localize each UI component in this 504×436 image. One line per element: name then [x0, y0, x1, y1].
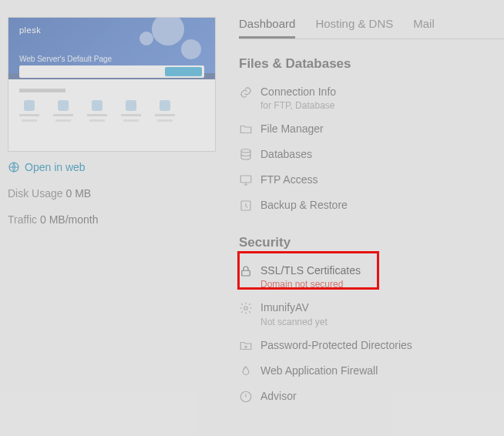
lock-icon [239, 264, 253, 278]
tabs: Dashboard Hosting & DNS Mail [239, 17, 504, 39]
svg-rect-2 [240, 176, 251, 183]
item-sub: Not scanned yet [260, 317, 328, 327]
item-label: Web Application Firewall [260, 364, 378, 377]
item-file-manager[interactable]: File Manager [239, 116, 504, 142]
item-label: File Manager [260, 122, 324, 136]
item-connection-info[interactable]: Connection Info for FTP, Database [239, 79, 504, 116]
transfer-icon [239, 173, 253, 187]
folder-icon [239, 122, 253, 136]
item-label: FTP Access [260, 173, 318, 186]
open-in-web-link[interactable]: Open in web [8, 161, 216, 173]
item-ssl-certificates[interactable]: SSL/TLS Certificates Domain not secured [239, 258, 504, 295]
item-label: ImunifyAV [260, 300, 328, 314]
svg-point-1 [241, 149, 250, 153]
disk-usage-stat: Disk Usage 0 MB [8, 187, 216, 200]
site-thumbnail[interactable]: plesk Web Server's Default Page [8, 17, 216, 152]
item-ftp-access[interactable]: FTP Access [239, 167, 504, 193]
item-label: SSL/TLS Certificates [260, 263, 361, 277]
item-waf[interactable]: Web Application Firewall [239, 358, 504, 384]
item-label: Advisor [260, 389, 297, 403]
item-sub: Domain not secured [260, 279, 361, 290]
item-databases[interactable]: Databases [239, 142, 504, 167]
item-label: Connection Info [260, 85, 336, 99]
tab-mail[interactable]: Mail [413, 17, 435, 37]
item-backup-restore[interactable]: Backup & Restore [239, 193, 504, 218]
folder-lock-icon [239, 339, 253, 353]
item-sub: for FTP, Database [260, 100, 336, 111]
svg-point-5 [244, 307, 248, 310]
item-imunifyav[interactable]: ImunifyAV Not scanned yet [239, 295, 504, 332]
traffic-stat: Traffic 0 MB/month [8, 213, 216, 226]
flame-icon [239, 364, 253, 378]
database-icon [239, 148, 253, 162]
thumb-logo: plesk [19, 25, 41, 35]
item-password-directories[interactable]: Password-Protected Directories [239, 333, 504, 358]
backup-icon [239, 199, 253, 213]
link-icon [239, 86, 253, 99]
section-security-title: Security [239, 235, 504, 250]
thumb-heading: Web Server's Default Page [19, 55, 112, 63]
item-label: Password-Protected Directories [260, 338, 412, 352]
section-files-title: Files & Databases [239, 56, 504, 72]
svg-rect-4 [242, 270, 250, 276]
tab-hosting[interactable]: Hosting & DNS [315, 17, 393, 37]
tab-dashboard[interactable]: Dashboard [239, 17, 295, 39]
gear-icon [239, 301, 253, 315]
svg-point-6 [245, 346, 247, 347]
item-label: Backup & Restore [260, 198, 348, 212]
item-advisor[interactable]: Advisor [239, 384, 504, 409]
advisor-icon [239, 390, 253, 404]
globe-icon [8, 161, 20, 173]
item-label: Databases [260, 147, 312, 161]
open-in-web-label: Open in web [25, 161, 86, 173]
